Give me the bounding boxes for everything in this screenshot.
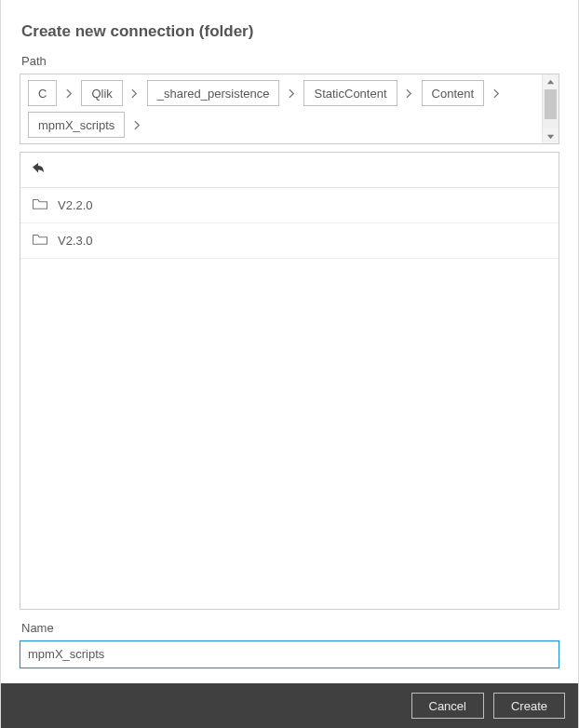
chevron-right-icon: [128, 88, 141, 99]
list-item[interactable]: V2.3.0: [20, 223, 559, 259]
folder-toolbar: [20, 153, 559, 188]
cancel-button[interactable]: Cancel: [411, 693, 484, 719]
breadcrumb-content[interactable]: Content: [422, 80, 485, 106]
breadcrumb-c[interactable]: C: [28, 80, 57, 106]
folder-label: V2.2.0: [58, 198, 93, 212]
dialog-title: Create new connection (folder): [21, 22, 558, 41]
folder-list: V2.2.0 V2.3.0: [20, 188, 559, 609]
name-label: Name: [21, 621, 559, 635]
dialog-content: Create new connection (folder) Path C Ql…: [1, 0, 578, 683]
chevron-right-icon: [62, 88, 75, 99]
breadcrumb-mpmx-scripts[interactable]: mpmX_scripts: [28, 112, 125, 138]
scroll-down-icon[interactable]: [543, 128, 559, 143]
create-connection-dialog: Create new connection (folder) Path C Ql…: [0, 0, 579, 728]
chevron-right-icon: [130, 120, 143, 130]
breadcrumb-qlik[interactable]: Qlik: [81, 80, 122, 106]
create-button[interactable]: Create: [493, 693, 565, 719]
path-scroll: [542, 74, 559, 143]
folder-label: V2.3.0: [58, 234, 93, 248]
path-label: Path: [21, 54, 559, 68]
name-section: Name: [20, 621, 559, 668]
dialog-footer: Cancel Create: [1, 683, 578, 728]
path-breadcrumb-area: C Qlik _shared_persistence StaticContent…: [20, 74, 559, 144]
breadcrumb-shared-persistence[interactable]: _shared_persistence: [147, 80, 280, 106]
chevron-right-icon: [285, 88, 298, 99]
breadcrumb-staticcontent[interactable]: StaticContent: [303, 80, 397, 106]
scroll-thumb[interactable]: [545, 89, 557, 119]
folder-icon: [32, 233, 48, 249]
folder-icon: [32, 197, 48, 213]
chevron-right-icon: [490, 88, 503, 99]
chevron-right-icon: [403, 88, 416, 99]
connection-name-input[interactable]: [20, 640, 559, 668]
back-button[interactable]: [30, 160, 47, 177]
folder-browser: V2.2.0 V2.3.0: [20, 152, 559, 610]
scroll-up-icon[interactable]: [543, 74, 559, 89]
scroll-track[interactable]: [543, 89, 559, 128]
list-item[interactable]: V2.2.0: [20, 188, 559, 223]
